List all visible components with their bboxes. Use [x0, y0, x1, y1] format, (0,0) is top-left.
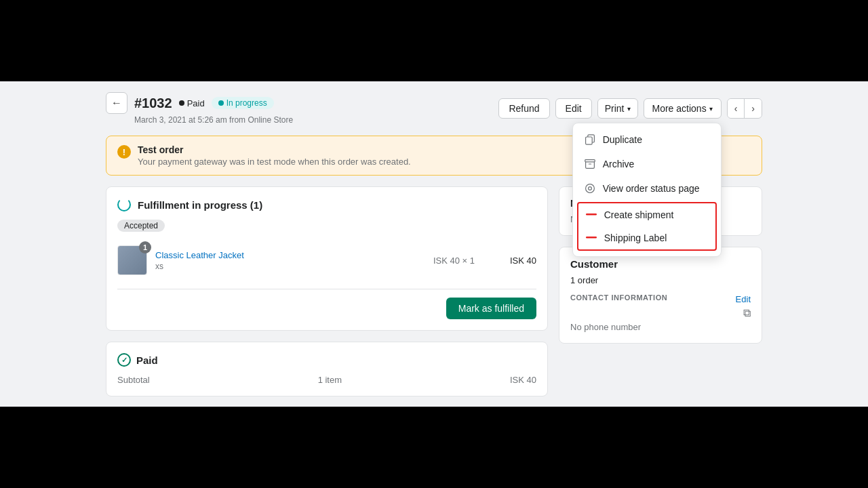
refund-button[interactable]: Refund: [498, 98, 549, 119]
product-image-wrap: 1: [117, 245, 147, 275]
product-qty-badge: 1: [139, 241, 151, 253]
accepted-badge: Accepted: [117, 220, 165, 232]
copy-icon-row: ⧉: [570, 307, 751, 319]
alert-warning-icon: !: [117, 145, 131, 159]
more-actions-button[interactable]: More actions ▾: [644, 98, 722, 119]
fulfillment-card: Fulfillment in progress (1) Accepted 1 C…: [106, 186, 548, 331]
fulfill-actions: Mark as fulfilled: [117, 289, 536, 319]
order-date: March 3, 2021 at 5:26 am from Online Sto…: [134, 115, 293, 125]
archive-menu-item[interactable]: Archive: [573, 152, 721, 176]
back-button[interactable]: ←: [106, 92, 127, 114]
paid-status-badge: Paid: [179, 98, 205, 108]
paid-dot-icon: [179, 100, 184, 106]
mark-as-fulfilled-button[interactable]: Mark as fulfilled: [446, 298, 536, 319]
shipping-label-menu-item[interactable]: Shipping Label: [578, 226, 715, 249]
product-name-link[interactable]: Classic Leather Jacket: [155, 250, 244, 260]
alert-content: Test order Your payment gateway was in t…: [138, 144, 411, 167]
duplicate-icon: [584, 134, 596, 146]
subtotal-items: 1 item: [318, 375, 342, 385]
copy-icon[interactable]: ⧉: [743, 307, 751, 319]
paid-checkmark-icon: [117, 353, 131, 367]
no-phone-text: No phone number: [570, 322, 751, 332]
inprogress-status-badge: In progress: [212, 97, 274, 109]
subtotal-row: Subtotal 1 item ISK 40: [117, 375, 536, 385]
duplicate-menu-item[interactable]: Duplicate: [573, 127, 721, 152]
create-shipment-icon: [585, 209, 597, 221]
header-left: ← #1032 Paid In progress March 3, 2021 a…: [106, 92, 293, 125]
svg-rect-5: [586, 214, 597, 216]
paid-card: Paid Subtotal 1 item ISK 40: [106, 342, 548, 396]
customer-title: Customer: [570, 258, 751, 270]
more-actions-label: More actions: [652, 103, 707, 114]
left-column: Fulfillment in progress (1) Accepted 1 C…: [106, 186, 548, 396]
fulfillment-title: Fulfillment in progress (1): [138, 199, 262, 211]
subtotal-price: ISK 40: [510, 375, 536, 385]
product-variant: xs: [155, 262, 425, 271]
contact-info-row: CONTACT INFORMATION Edit: [570, 293, 751, 304]
print-button[interactable]: Print ▾: [597, 98, 638, 119]
more-actions-dropdown: Duplicate Archive: [572, 123, 722, 257]
product-price-qty: ISK 40 × 1: [433, 256, 475, 266]
edit-button[interactable]: Edit: [555, 98, 592, 119]
nav-prev-button[interactable]: ‹: [728, 99, 745, 118]
customer-orders: 1 order: [570, 275, 751, 285]
inprogress-dot-icon: [218, 100, 224, 106]
customer-card: Customer 1 order CONTACT INFORMATION Edi…: [559, 247, 762, 344]
alert-description: Your payment gateway was in test mode wh…: [138, 157, 411, 167]
nav-next-button[interactable]: ›: [745, 99, 762, 118]
svg-rect-6: [586, 237, 597, 239]
view-order-status-menu-item[interactable]: View order status page: [573, 176, 721, 201]
view-order-icon: [584, 182, 596, 195]
nav-arrows: ‹ ›: [727, 98, 762, 119]
subtotal-label: Subtotal: [117, 375, 150, 385]
header-actions: Refund Edit Print ▾ More actions ▾: [498, 98, 762, 119]
alert-title: Test order: [138, 144, 411, 155]
order-title: #1032: [134, 96, 172, 111]
header-title-row: ← #1032 Paid In progress: [106, 92, 293, 114]
more-actions-chevron-icon: ▾: [709, 105, 713, 113]
contact-info-label: CONTACT INFORMATION: [570, 293, 667, 302]
highlighted-actions-group: Create shipment Shipping Label: [577, 202, 717, 251]
fulfillment-progress-icon: [117, 198, 131, 211]
create-shipment-menu-item[interactable]: Create shipment: [578, 203, 715, 226]
print-label: Print: [605, 103, 625, 114]
svg-point-4: [588, 187, 591, 190]
print-chevron-icon: ▾: [627, 105, 631, 113]
back-arrow-icon: ←: [111, 97, 122, 109]
product-info: Classic Leather Jacket xs: [155, 249, 425, 271]
fulfillment-header: Fulfillment in progress (1): [117, 198, 536, 211]
page-header: ← #1032 Paid In progress March 3, 2021 a…: [95, 92, 773, 125]
contact-edit-link[interactable]: Edit: [736, 294, 751, 304]
product-total: ISK 40: [499, 256, 536, 266]
shipping-label-icon: [585, 232, 597, 244]
svg-point-3: [585, 184, 594, 193]
svg-rect-2: [585, 160, 594, 162]
paid-title: Paid: [136, 354, 158, 366]
paid-header: Paid: [117, 353, 536, 367]
svg-rect-1: [585, 137, 592, 144]
more-actions-container: More actions ▾: [644, 98, 722, 119]
product-row: 1 Classic Leather Jacket xs ISK 40 × 1 I…: [117, 240, 536, 281]
archive-icon: [584, 158, 596, 170]
